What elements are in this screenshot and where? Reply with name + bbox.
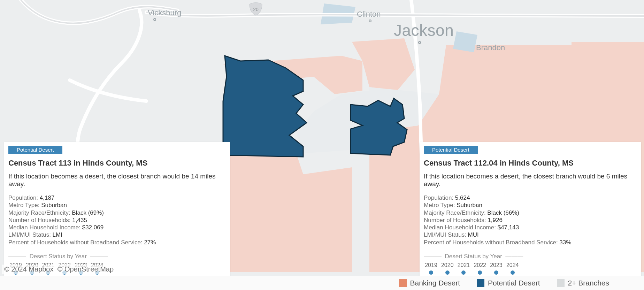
year-col: 2023 — [489, 262, 504, 275]
legend-label: Banking Desert — [410, 279, 460, 287]
stat-race: Majority Race/Ethnicity: Black (66%) — [424, 209, 637, 216]
stat-households: Number of Households: 1,435 — [8, 216, 226, 224]
legend-label: Potential Desert — [488, 279, 540, 287]
stat-broadband: Percent of Households without Broadband … — [8, 239, 226, 246]
status-dot-icon — [461, 270, 466, 275]
status-dot-icon — [494, 270, 498, 275]
year-col: 2021 — [456, 262, 471, 275]
info-card-tract-11204: Potential Desert Census Tract 112.04 in … — [420, 142, 641, 276]
status-dot-icon — [445, 270, 450, 275]
status-dot-icon — [511, 270, 515, 275]
stat-broadband: Percent of Households without Broadband … — [424, 239, 637, 246]
region-small-blue — [453, 31, 477, 52]
card-desc: If this location becomes a desert, the c… — [424, 173, 637, 188]
legend-swatch-icon — [557, 279, 565, 287]
card-title: Census Tract 112.04 in Hinds County, MS — [424, 159, 637, 168]
legend-bar: Banking Desert Potential Desert 2+ Branc… — [0, 276, 644, 290]
years-row: 2019 2020 2021 2022 2023 2024 — [424, 262, 637, 275]
years-header: ——— Desert Status by Year ——— — [8, 253, 226, 260]
map-attribution: © 2024 Mapbox © OpenStreetMap — [2, 265, 116, 274]
status-badge: Potential Desert — [8, 146, 62, 154]
info-card-tract-113: Potential Desert Census Tract 113 in Hin… — [4, 142, 230, 276]
stat-income: Median Household Income: $32,069 — [8, 224, 226, 231]
legend-swatch-icon — [399, 279, 407, 287]
status-dot-icon — [429, 270, 433, 275]
stat-income: Median Household Income: $47,143 — [424, 224, 637, 231]
year-col: 2022 — [473, 262, 487, 275]
stat-metro: Metro Type: Suburban — [8, 201, 226, 209]
stat-lmi: LMI/MUI Status: LMI — [8, 231, 226, 238]
year-col: 2024 — [505, 262, 520, 275]
card-title: Census Tract 113 in Hinds County, MS — [8, 159, 226, 168]
stat-race: Majority Race/Ethnicity: Black (69%) — [8, 209, 226, 216]
stat-lmi: LMI/MUI Status: MUI — [424, 231, 637, 238]
stat-population: Population: 5,624 — [424, 194, 637, 201]
legend-item-banking-desert[interactable]: Banking Desert — [399, 279, 460, 287]
map-canvas[interactable]: 20 Jackson Vicksburg Clinton Brandon Pot… — [0, 0, 644, 276]
year-col: 2019 — [424, 262, 438, 275]
legend-label: 2+ Branches — [568, 279, 610, 287]
legend-swatch-icon — [477, 279, 484, 287]
years-header: ——— Desert Status by Year ——— — [424, 253, 637, 260]
year-col: 2020 — [440, 262, 455, 275]
svg-text:20: 20 — [253, 7, 259, 12]
status-badge: Potential Desert — [424, 146, 478, 154]
stat-population: Population: 4,187 — [8, 194, 226, 201]
region-banking-desert — [223, 153, 352, 272]
legend-item-two-plus-branches[interactable]: 2+ Branches — [557, 279, 610, 287]
card-desc: If this location becomes a desert, the c… — [8, 173, 226, 188]
legend-item-potential-desert[interactable]: Potential Desert — [477, 279, 540, 287]
status-dot-icon — [478, 270, 482, 275]
stat-households: Number of Households: 1,926 — [424, 216, 637, 224]
stat-metro: Metro Type: Suburban — [424, 201, 637, 209]
